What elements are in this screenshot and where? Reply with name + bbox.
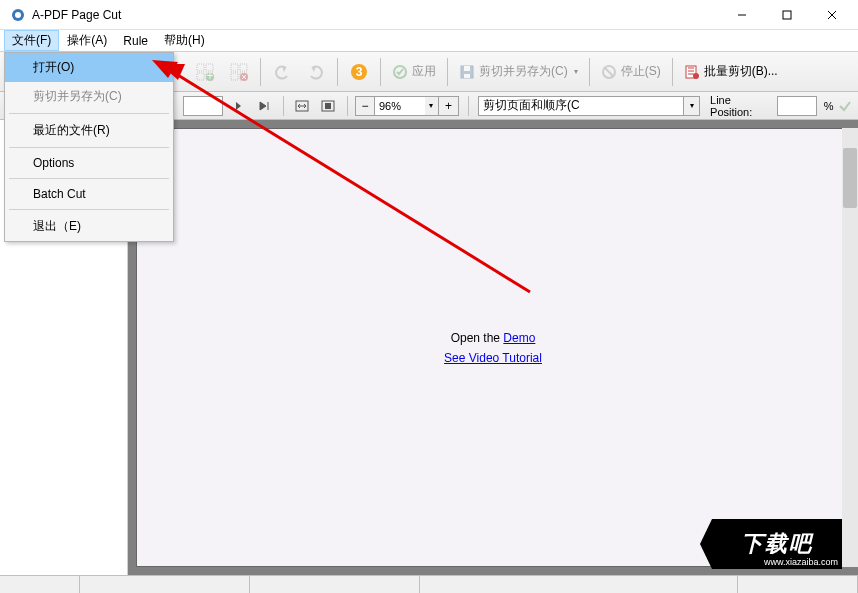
apply-button[interactable]: 应用 bbox=[386, 56, 442, 88]
svg-text:+: + bbox=[206, 69, 213, 82]
statusbar bbox=[0, 575, 858, 593]
svg-rect-3 bbox=[783, 11, 791, 19]
zoom-value: 96% bbox=[375, 96, 425, 116]
zoom-in-button[interactable]: + bbox=[439, 96, 459, 116]
grid-remove-button[interactable] bbox=[223, 56, 255, 88]
menu-item-exit[interactable]: 退出（E) bbox=[5, 212, 173, 241]
line-position-label: Line Position: bbox=[710, 94, 774, 118]
svg-rect-6 bbox=[197, 64, 204, 71]
menu-file[interactable]: 文件(F) bbox=[4, 30, 59, 51]
undo-button[interactable] bbox=[266, 56, 298, 88]
menu-rule[interactable]: Rule bbox=[115, 32, 156, 50]
svg-point-28 bbox=[693, 73, 699, 79]
svg-rect-12 bbox=[231, 64, 238, 71]
svg-rect-31 bbox=[325, 103, 331, 109]
redo-button[interactable] bbox=[300, 56, 332, 88]
menubar: 文件(F) 操作(A) Rule 帮助(H) bbox=[0, 30, 858, 52]
svg-line-26 bbox=[605, 68, 613, 76]
minimize-button[interactable] bbox=[719, 1, 764, 29]
confirm-position-button[interactable] bbox=[837, 97, 854, 115]
menu-item-options[interactable]: Options bbox=[5, 150, 173, 176]
stop-button[interactable]: 停止(S) bbox=[595, 56, 667, 88]
cut-order-label: 剪切页面和顺序(C bbox=[479, 97, 683, 114]
last-page-button[interactable] bbox=[252, 95, 275, 117]
titlebar: A-PDF Page Cut bbox=[0, 0, 858, 30]
document-page: Open the Demo See Video Tutorial bbox=[136, 128, 850, 567]
batch-cut-label: 批量剪切(B)... bbox=[704, 63, 778, 80]
svg-point-1 bbox=[15, 12, 21, 18]
cut-order-combo[interactable]: 剪切页面和顺序(C ▾ bbox=[478, 96, 700, 116]
menu-item-batch-cut[interactable]: Batch Cut bbox=[5, 181, 173, 207]
video-tutorial-link[interactable]: See Video Tutorial bbox=[444, 351, 542, 365]
stop-label: 停止(S) bbox=[621, 63, 661, 80]
cut-save-as-button[interactable]: 剪切并另存为(C)▾ bbox=[453, 56, 584, 88]
menu-help[interactable]: 帮助(H) bbox=[156, 30, 213, 51]
menu-item-recent[interactable]: 最近的文件(R) bbox=[5, 116, 173, 145]
menu-item-open[interactable]: 打开(O) bbox=[5, 53, 173, 82]
svg-rect-23 bbox=[464, 66, 470, 71]
svg-rect-14 bbox=[231, 73, 238, 80]
zoom-out-button[interactable]: − bbox=[355, 96, 375, 116]
svg-rect-13 bbox=[240, 64, 247, 71]
document-area: Open the Demo See Video Tutorial bbox=[128, 120, 858, 575]
demo-link[interactable]: Demo bbox=[503, 331, 535, 345]
window-title: A-PDF Page Cut bbox=[32, 8, 719, 22]
vertical-scrollbar[interactable] bbox=[842, 128, 858, 567]
open-demo-line: Open the Demo bbox=[451, 331, 536, 345]
apply-label: 应用 bbox=[412, 63, 436, 80]
next-page-button[interactable] bbox=[226, 95, 249, 117]
fit-page-button[interactable] bbox=[317, 95, 340, 117]
svg-rect-24 bbox=[464, 74, 470, 78]
close-button[interactable] bbox=[809, 1, 854, 29]
file-dropdown-menu: 打开(O) 剪切并另存为(C) 最近的文件(R) Options Batch C… bbox=[4, 52, 174, 242]
svg-rect-8 bbox=[197, 73, 204, 80]
watermark-text: 下载吧 bbox=[741, 529, 813, 559]
batch-cut-button[interactable]: 批量剪切(B)... bbox=[678, 56, 784, 88]
menu-item-cut-save-as[interactable]: 剪切并另存为(C) bbox=[5, 82, 173, 111]
cut-save-as-label: 剪切并另存为(C) bbox=[479, 63, 568, 80]
svg-text:3: 3 bbox=[356, 65, 363, 79]
chevron-down-icon[interactable]: ▾ bbox=[683, 97, 699, 115]
fit-width-button[interactable] bbox=[291, 95, 314, 117]
menu-operation[interactable]: 操作(A) bbox=[59, 30, 115, 51]
line-position-input[interactable] bbox=[777, 96, 817, 116]
page-number-input[interactable] bbox=[183, 96, 223, 116]
watermark: 下载吧 www.xiazaiba.com bbox=[712, 519, 842, 569]
grid-add-button[interactable]: + bbox=[189, 56, 221, 88]
watermark-url: www.xiazaiba.com bbox=[764, 557, 838, 567]
line-position-unit: % bbox=[824, 100, 834, 112]
maximize-button[interactable] bbox=[764, 1, 809, 29]
zoom-dropdown[interactable]: ▾ bbox=[425, 96, 439, 116]
app-icon bbox=[10, 7, 26, 23]
notification-button[interactable]: 3 bbox=[343, 56, 375, 88]
